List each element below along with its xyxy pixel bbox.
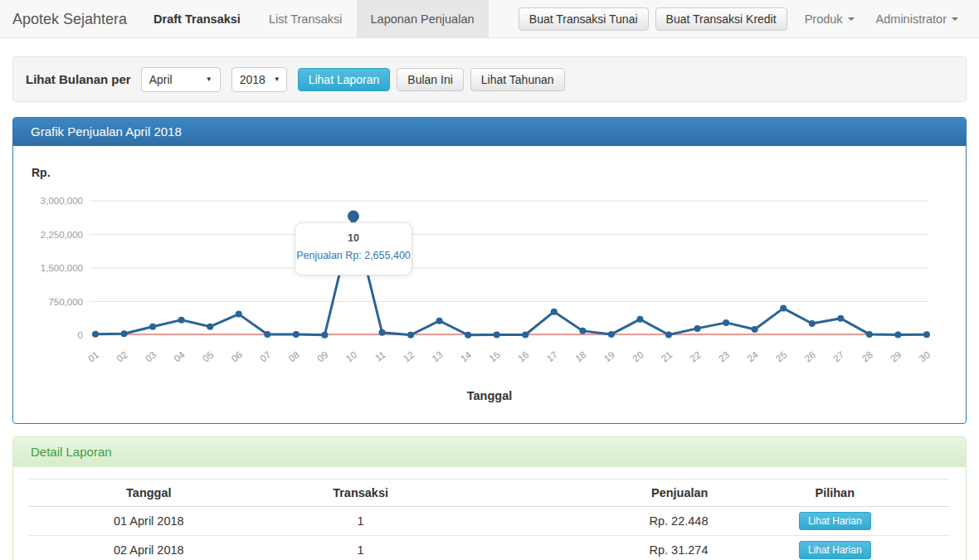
table-header-row: Tanggal Transaksi Penjualan Pilihan (29, 480, 950, 507)
col-header-pilihan: Pilihan (719, 480, 950, 507)
svg-text:11: 11 (373, 349, 387, 363)
filter-bar: Lihat Bulanan per April ▼ 2018 ▼ Lihat L… (12, 56, 967, 102)
tooltip-day: 10 (295, 232, 412, 244)
month-select-value: April (149, 73, 173, 86)
svg-text:23: 23 (717, 349, 731, 363)
chevron-down-icon (952, 17, 958, 21)
bulan-ini-button[interactable]: Bulan Ini (397, 68, 463, 91)
svg-text:27: 27 (831, 349, 845, 363)
svg-text:13: 13 (430, 349, 444, 363)
table-row: 01 April 2018 1 Rp. 22.448 Lihat Harian (29, 507, 950, 536)
navbar-right: Buat Transaksi Tunai Buat Transaksi Kred… (519, 0, 979, 37)
detail-panel: Detail Laporan Tanggal Transaksi Penjual… (12, 436, 967, 560)
administrator-dropdown[interactable]: Administrator (865, 12, 969, 26)
svg-text:14: 14 (459, 349, 474, 364)
col-header-penjualan: Penjualan (453, 480, 720, 507)
cell-transaksi: 1 (269, 507, 453, 536)
svg-text:01: 01 (86, 349, 100, 363)
svg-text:15: 15 (487, 349, 501, 363)
svg-text:09: 09 (315, 349, 329, 363)
lihat-harian-button[interactable]: Lihat Harian (799, 541, 871, 559)
administrator-dropdown-label: Administrator (876, 12, 947, 26)
svg-text:20: 20 (631, 349, 645, 363)
svg-text:19: 19 (602, 349, 616, 363)
nav-item-laporan-penjualan[interactable]: Laponan Penjualan (357, 0, 489, 37)
produk-dropdown-label: Produk (805, 12, 843, 26)
svg-text:07: 07 (258, 349, 272, 363)
svg-text:06: 06 (230, 349, 244, 363)
svg-text:10: 10 (344, 349, 358, 363)
report-table: Tanggal Transaksi Penjualan Pilihan 01 A… (29, 479, 950, 560)
nav-item-draft-transaksi[interactable]: Draft Transaksi (139, 0, 255, 37)
chevron-down-icon (848, 17, 855, 21)
svg-text:16: 16 (516, 349, 530, 363)
svg-text:2,250,000: 2,250,000 (41, 230, 83, 240)
year-select[interactable]: 2018 ▼ (231, 67, 287, 92)
svg-text:03: 03 (144, 349, 158, 363)
navbar: Apotek Sejahtera Draft Transaksi List Tr… (0, 0, 979, 38)
lihat-laporan-button[interactable]: Lihat Laporan (298, 68, 391, 91)
svg-text:17: 17 (545, 349, 559, 363)
tooltip-value: Penjualan Rp: 2,655,400 (295, 250, 412, 261)
month-select[interactable]: April ▼ (141, 67, 221, 92)
svg-text:3,000,000: 3,000,000 (41, 196, 83, 206)
svg-text:22: 22 (688, 349, 702, 363)
select-arrow-icon: ▼ (274, 75, 280, 83)
svg-text:1,500,000: 1,500,000 (41, 263, 83, 273)
svg-text:750,000: 750,000 (48, 297, 83, 307)
lihat-harian-button[interactable]: Lihat Harian (799, 512, 871, 530)
svg-text:0: 0 (78, 330, 83, 340)
chart-panel-title: Grafik Penjualan April 2018 (13, 118, 966, 146)
cell-tanggal: 02 April 2018 (29, 536, 269, 560)
svg-text:02: 02 (114, 349, 129, 363)
cell-penjualan: Rp. 31.274 (453, 536, 720, 560)
svg-text:29: 29 (889, 349, 903, 363)
nav-items: Draft Transaksi List Transaksi Laponan P… (139, 0, 488, 37)
x-axis-title: Tanggal (13, 389, 966, 402)
col-header-tanggal: Tanggal (29, 480, 269, 507)
chart-panel: Grafik Penjualan April 2018 Rp. 0750,000… (12, 117, 967, 424)
year-select-value: 2018 (240, 73, 265, 86)
svg-text:26: 26 (803, 349, 817, 363)
nav-item-list-transaksi[interactable]: List Transaksi (255, 0, 357, 37)
buat-transaksi-kredit-button[interactable]: Buat Transaksi Kredit (655, 7, 787, 31)
table-row: 02 April 2018 1 Rp. 31.274 Lihat Harian (29, 536, 950, 560)
filter-label: Lihat Bulanan per (26, 72, 131, 86)
chart-body: Rp. 0750,0001,500,0002,250,0003,000,0000… (13, 146, 966, 423)
y-axis-unit-label: Rp. (32, 166, 51, 179)
svg-text:18: 18 (573, 349, 587, 363)
svg-text:28: 28 (860, 349, 874, 363)
cell-penjualan: Rp. 22.448 (453, 507, 720, 536)
cell-tanggal: 01 April 2018 (29, 507, 269, 536)
svg-text:25: 25 (774, 349, 788, 363)
svg-text:04: 04 (172, 349, 187, 364)
cell-transaksi: 1 (269, 536, 453, 560)
svg-text:24: 24 (745, 349, 760, 364)
detail-panel-title: Detail Laporan (13, 437, 966, 467)
svg-text:21: 21 (660, 349, 674, 363)
col-header-transaksi: Transaksi (269, 480, 453, 507)
svg-text:05: 05 (201, 349, 215, 363)
brand[interactable]: Apotek Sejahtera (0, 0, 139, 37)
svg-text:12: 12 (402, 349, 416, 363)
svg-text:30: 30 (918, 349, 932, 363)
lihat-tahunan-button[interactable]: Lihat Tahunan (470, 68, 565, 91)
detail-body: Tanggal Transaksi Penjualan Pilihan 01 A… (13, 467, 966, 560)
sales-line-chart[interactable]: 0750,0001,500,0002,250,0003,000,00001020… (13, 179, 966, 387)
buat-transaksi-tunai-button[interactable]: Buat Transaksi Tunai (519, 7, 649, 31)
produk-dropdown[interactable]: Produk (794, 12, 865, 26)
svg-text:08: 08 (287, 349, 301, 363)
select-arrow-icon: ▼ (206, 75, 212, 83)
chart-tooltip: 10 Penjualan Rp: 2,655,400 (295, 222, 412, 275)
